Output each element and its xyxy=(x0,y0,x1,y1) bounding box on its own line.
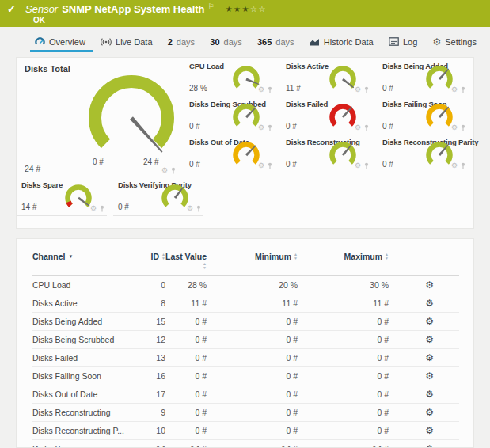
channel-minimum: 0 # xyxy=(207,422,298,440)
gear-icon[interactable]: ⚙ xyxy=(258,86,264,93)
col-channel[interactable]: Channel▼ xyxy=(32,239,137,276)
gauge-icon xyxy=(35,36,45,47)
pin-icon[interactable] xyxy=(363,162,370,169)
star-filled-icon[interactable]: ★ xyxy=(226,5,234,13)
channel-name[interactable]: Disks Being Scrubbed xyxy=(32,331,137,349)
tab-2-days[interactable]: 2 days xyxy=(163,33,202,52)
tab-365-days[interactable]: 365 days xyxy=(253,33,302,52)
tab-live-data[interactable]: Live Data xyxy=(96,33,159,52)
channel-settings-icon[interactable]: ⚙ xyxy=(425,389,434,400)
pin-icon[interactable] xyxy=(170,167,177,174)
gear-icon[interactable]: ⚙ xyxy=(355,162,361,169)
channel-settings-icon[interactable]: ⚙ xyxy=(425,443,434,448)
channel-settings-icon[interactable]: ⚙ xyxy=(425,407,434,418)
pin-icon[interactable] xyxy=(267,86,273,93)
col-actions xyxy=(389,239,459,276)
star-empty-icon[interactable]: ☆ xyxy=(259,5,267,13)
tab-settings[interactable]: ⚙ Settings xyxy=(427,33,484,52)
tab-historic-data[interactable]: Historic Data xyxy=(305,33,381,52)
channel-name[interactable]: Disks Being Added xyxy=(32,313,137,331)
pin-icon[interactable] xyxy=(99,205,105,212)
table-row: Disks Failing Soon 16 0 # 0 # 0 # ⚙ xyxy=(32,367,459,385)
gear-icon[interactable]: ⚙ xyxy=(90,205,97,212)
col-maximum[interactable]: Maximum▲▼ xyxy=(298,239,389,276)
channel-id: 17 xyxy=(137,385,165,404)
channel-last-value: 0 # xyxy=(165,404,207,422)
tab-number: 2 xyxy=(168,37,173,47)
channel-last-value: 0 # xyxy=(165,349,207,367)
gauge-value: 11 # xyxy=(286,84,301,93)
channel-last-value: 28 % xyxy=(165,276,207,294)
gear-icon[interactable]: ⚙ xyxy=(451,86,458,93)
gear-icon[interactable]: ⚙ xyxy=(187,205,193,212)
disks-total-gauge xyxy=(80,75,183,165)
channel-settings-icon[interactable]: ⚙ xyxy=(425,334,434,345)
flag-icon[interactable]: ⚐ xyxy=(208,2,215,10)
pin-icon[interactable] xyxy=(460,124,466,131)
col-last-value[interactable]: Last Value▲▼ xyxy=(165,239,207,276)
pin-icon[interactable] xyxy=(196,205,202,212)
star-filled-icon[interactable]: ★ xyxy=(234,5,241,13)
channel-name[interactable]: Disks Failed xyxy=(32,349,137,367)
tab-log[interactable]: Log xyxy=(384,33,424,52)
gear-icon[interactable]: ⚙ xyxy=(161,167,168,174)
priority-stars[interactable]: ★★★☆☆ xyxy=(226,5,267,13)
channel-maximum: 0 # xyxy=(298,385,389,404)
tab-label: days xyxy=(177,37,195,47)
channel-minimum: 20 % xyxy=(207,276,298,294)
channel-settings-icon[interactable]: ⚙ xyxy=(425,352,434,363)
pin-icon[interactable] xyxy=(363,124,370,131)
gauge-title: Disks Total xyxy=(25,64,70,74)
channel-actions: ⚙ xyxy=(389,331,459,349)
gear-icon[interactable]: ⚙ xyxy=(355,86,361,93)
channel-maximum: 0 # xyxy=(298,349,389,367)
channel-name[interactable]: Disks Spare xyxy=(32,440,137,448)
col-id[interactable]: ID▲▼ xyxy=(137,239,165,276)
star-filled-icon[interactable]: ★ xyxy=(242,5,250,13)
channel-settings-icon[interactable]: ⚙ xyxy=(425,425,434,436)
channel-name[interactable]: Disks Reconstructing P... xyxy=(32,422,137,440)
channel-minimum: 11 # xyxy=(207,294,298,313)
gauges-panel: Disks Total 0 # 24 # 24 # ⚙ CPU Load 28 … xyxy=(16,57,474,229)
gauge-value: 14 # xyxy=(21,203,36,211)
channel-settings-icon[interactable]: ⚙ xyxy=(425,298,434,309)
channel-name[interactable]: Disks Out of Date xyxy=(32,385,137,404)
sensor-header: ✓ SensorSNMP NetApp System Health⚐★★★☆☆ … xyxy=(0,0,490,27)
table-row: Disks Being Added 15 0 # 0 # 0 # ⚙ xyxy=(32,313,459,331)
channel-last-value: 0 # xyxy=(165,367,207,385)
pin-icon[interactable] xyxy=(460,162,466,169)
channel-maximum: 0 # xyxy=(298,422,389,440)
channel-settings-icon[interactable]: ⚙ xyxy=(425,370,434,382)
gear-icon[interactable]: ⚙ xyxy=(451,162,458,169)
channel-name[interactable]: CPU Load xyxy=(32,276,137,294)
channel-settings-icon[interactable]: ⚙ xyxy=(425,279,434,290)
channel-last-value: 14 # xyxy=(165,440,207,448)
col-minimum[interactable]: Minimum▲▼ xyxy=(207,239,298,276)
tab-overview[interactable]: Overview xyxy=(30,33,93,52)
gear-icon: ⚙ xyxy=(432,36,441,47)
channel-minimum: 0 # xyxy=(207,313,298,331)
pin-icon[interactable] xyxy=(363,86,370,93)
channel-name[interactable]: Disks Failing Soon xyxy=(32,367,137,385)
gauge-value: 28 % xyxy=(189,84,207,93)
sort-icon: ▲▼ xyxy=(385,252,389,260)
gear-icon[interactable]: ⚙ xyxy=(355,124,361,131)
channel-settings-icon[interactable]: ⚙ xyxy=(425,316,434,327)
pin-icon[interactable] xyxy=(267,162,273,169)
gauge-value: 0 # xyxy=(189,122,200,131)
gear-icon[interactable]: ⚙ xyxy=(258,162,264,169)
channel-actions: ⚙ xyxy=(389,440,459,448)
tab-number: 365 xyxy=(257,37,272,47)
gear-icon[interactable]: ⚙ xyxy=(258,124,264,131)
channel-name[interactable]: Disks Active xyxy=(32,294,137,313)
star-empty-icon[interactable]: ☆ xyxy=(250,5,258,13)
tab-30-days[interactable]: 30 days xyxy=(205,33,249,52)
gauge-value: 24 # xyxy=(25,164,40,173)
channel-last-value: 11 # xyxy=(165,294,207,313)
pin-icon[interactable] xyxy=(267,124,273,131)
sensor-title-line: SensorSNMP NetApp System Health⚐★★★☆☆ xyxy=(25,2,490,15)
pin-icon[interactable] xyxy=(460,86,466,93)
gear-icon[interactable]: ⚙ xyxy=(451,124,458,131)
channel-actions: ⚙ xyxy=(389,385,459,404)
channel-name[interactable]: Disks Reconstructing xyxy=(32,404,137,422)
